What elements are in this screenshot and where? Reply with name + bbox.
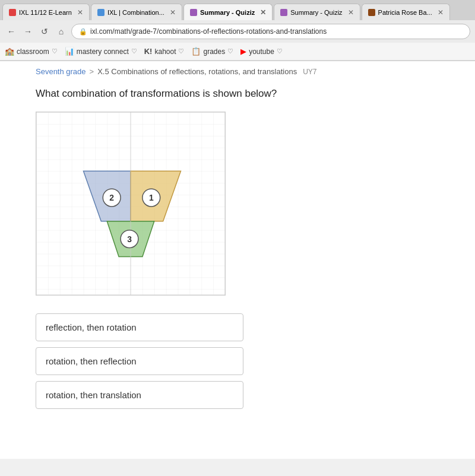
home-button[interactable]: ⌂ <box>55 25 68 38</box>
svg-text:1: 1 <box>149 193 154 202</box>
tab-favicon-4 <box>280 9 287 16</box>
mastery-heart-icon: ♡ <box>131 47 137 55</box>
breadcrumb-section: X.5 Combinations of reflections, rotatio… <box>97 67 297 76</box>
tab-close-2[interactable]: ✕ <box>170 8 176 17</box>
refresh-button[interactable]: ↺ <box>38 25 51 38</box>
youtube-icon: ▶ <box>240 47 246 56</box>
bookmark-classroom[interactable]: 🏫 classroom ♡ <box>5 47 58 56</box>
grades-heart-icon: ♡ <box>227 47 233 55</box>
forward-button[interactable]: → <box>21 25 34 38</box>
question-text: What combination of transformations is s… <box>36 88 463 100</box>
answer-btn-rotation-reflection[interactable]: rotation, then reflection <box>36 347 243 375</box>
tab-label-2: IXL | Combination... <box>107 9 164 16</box>
tab-summary-quiziz-2[interactable]: Summary - Quiziz ✕ <box>274 4 360 20</box>
bookmark-grades[interactable]: 📋 grades ♡ <box>191 47 233 56</box>
bookmark-classroom-label: classroom <box>17 47 49 56</box>
shapes-container: 2 1 3 <box>36 112 226 296</box>
kahoot-heart-icon: ♡ <box>178 47 184 55</box>
tab-label-5: Patricia Rose Ba... <box>378 9 432 16</box>
bookmark-grades-label: grades <box>203 47 225 56</box>
tab-ixl-combination[interactable]: IXL | Combination... ✕ <box>91 4 182 20</box>
kahoot-k-icon: K! <box>144 47 153 56</box>
mastery-connect-icon: 📊 <box>65 47 74 56</box>
tab-close-1[interactable]: ✕ <box>77 8 83 17</box>
tab-label-1: IXL 11/12 E-Learn <box>19 9 72 16</box>
back-button[interactable]: ← <box>5 25 18 38</box>
address-bar[interactable]: 🔒 ixl.com/math/grade-7/combinations-of-r… <box>71 24 470 39</box>
tab-summary-quiziz-1[interactable]: Summary - Quiziz ✕ <box>183 4 273 20</box>
bookmark-kahoot[interactable]: K! kahoot ♡ <box>144 47 185 56</box>
tab-favicon-1 <box>9 9 16 16</box>
tabs-bar: IXL 11/12 E-Learn ✕ IXL | Combination...… <box>0 0 475 20</box>
tab-favicon-2 <box>97 9 104 16</box>
youtube-heart-icon: ♡ <box>277 47 283 55</box>
answer-btn-reflection-rotation[interactable]: reflection, then rotation <box>36 313 243 341</box>
svg-text:2: 2 <box>109 193 114 202</box>
lock-icon: 🔒 <box>79 28 87 36</box>
bookmarks-bar: 🏫 classroom ♡ 📊 mastery connect ♡ K! kah… <box>0 43 475 61</box>
bookmark-kahoot-label: kahoot <box>154 47 176 56</box>
tab-label-4: Summary - Quiziz <box>290 9 342 16</box>
svg-text:3: 3 <box>127 234 132 244</box>
answer-options: reflection, then rotation rotation, then… <box>36 313 243 409</box>
url-text: ixl.com/math/grade-7/combinations-of-ref… <box>90 27 327 36</box>
answer-btn-rotation-translation[interactable]: rotation, then translation <box>36 381 243 409</box>
bookmark-youtube[interactable]: ▶ youtube ♡ <box>240 47 283 56</box>
tab-ixl-elearn[interactable]: IXL 11/12 E-Learn ✕ <box>2 4 90 20</box>
tab-close-5[interactable]: ✕ <box>438 8 444 17</box>
breadcrumb-code: UY7 <box>303 68 316 76</box>
tab-favicon-3 <box>190 9 197 16</box>
breadcrumb: Seventh grade > X.5 Combinations of refl… <box>36 67 463 76</box>
tab-close-4[interactable]: ✕ <box>348 8 354 17</box>
tab-favicon-5 <box>368 9 375 16</box>
page-content: Seventh grade > X.5 Combinations of refl… <box>0 61 475 459</box>
tab-label-3: Summary - Quiziz <box>200 9 255 16</box>
tab-patricia[interactable]: Patricia Rose Ba... ✕ <box>362 4 450 20</box>
bookmark-mastery-connect[interactable]: 📊 mastery connect ♡ <box>65 47 137 56</box>
address-bar-row: ← → ↺ ⌂ 🔒 ixl.com/math/grade-7/combinati… <box>0 20 475 43</box>
tab-close-3[interactable]: ✕ <box>260 8 266 17</box>
classroom-heart-icon: ♡ <box>52 47 58 55</box>
breadcrumb-separator: > <box>90 67 94 76</box>
bookmark-youtube-label: youtube <box>249 47 274 56</box>
grades-icon: 📋 <box>191 47 201 56</box>
bookmark-mastery-label: mastery connect <box>77 47 129 56</box>
classroom-icon: 🏫 <box>5 47 14 56</box>
transformation-diagram: 2 1 3 <box>36 112 226 296</box>
breadcrumb-grade-link[interactable]: Seventh grade <box>36 67 86 76</box>
